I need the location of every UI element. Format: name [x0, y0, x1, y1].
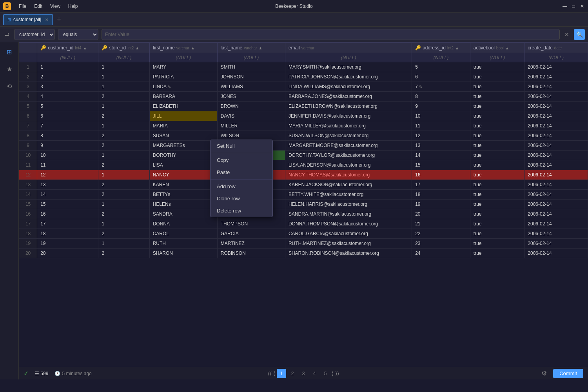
menu-view[interactable]: View	[49, 3, 62, 10]
cell-customer-id[interactable]: 3	[37, 82, 98, 92]
cell-store-id[interactable]: 2	[98, 209, 149, 219]
col-header-store-id[interactable]: 🔑 store_id int2 ▲	[98, 43, 149, 53]
cell-store-id[interactable]: 1	[98, 82, 149, 92]
cell-store-id[interactable]: 2	[98, 92, 149, 102]
cell-last-name[interactable]: SMITH	[217, 62, 285, 72]
cell-store-id[interactable]: 1	[98, 72, 149, 82]
cell-email[interactable]: ELIZABETH.BROWN@sakilacustomer.org	[285, 102, 412, 111]
window-controls[interactable]: — □ ✕	[562, 4, 585, 9]
nav-icon[interactable]: ⇄	[3, 30, 11, 39]
col-sort-activebool[interactable]: ▲	[505, 46, 509, 50]
col-sort-store-id[interactable]: ▲	[135, 46, 139, 50]
cell-address-id[interactable]: 8	[412, 92, 470, 102]
cell-store-id[interactable]: 1	[98, 151, 149, 160]
add-tab-button[interactable]: +	[54, 15, 64, 24]
table-row[interactable]: 551ELIZABETHBROWNELIZABETH.BROWN@sakilac…	[19, 102, 588, 111]
cell-customer-id[interactable]: 12	[37, 170, 98, 180]
cell-customer-id[interactable]: 8	[37, 131, 98, 141]
cell-store-id[interactable]: 1	[98, 170, 149, 180]
table-row[interactable]: 992MARGARETSsMOORESMARGARET.MOORE@sakila…	[19, 141, 588, 151]
filter-value-input[interactable]	[102, 29, 560, 40]
cell-customer-id[interactable]: 9	[37, 141, 98, 151]
cell-activebool[interactable]: true	[470, 111, 524, 121]
cell-store-id[interactable]: 2	[98, 190, 149, 200]
cell-store-id[interactable]: 1	[98, 200, 149, 209]
cell-email[interactable]: NANCY.THOMAS@sakilacustomer.org	[285, 170, 412, 180]
cell-email[interactable]: CAROL.GARCIA@sakilacustomer.org	[285, 229, 412, 239]
table-row[interactable]: 10101DOROTHYTAYLORDOROTHY.TAYLOR@sakilac…	[19, 151, 588, 160]
sidebar-icon-history[interactable]: ⟲	[3, 80, 16, 93]
cell-customer-id[interactable]: 4	[37, 92, 98, 102]
cell-activebool[interactable]: true	[470, 209, 524, 219]
context-menu-item-paste[interactable]: Paste	[211, 166, 272, 178]
cell-create-date[interactable]: 2006-02-14	[524, 141, 588, 151]
table-row[interactable]: 771MARIAMILLERMARIA.MILLER@sakilacustome…	[19, 121, 588, 131]
page-btn-3[interactable]: 3	[299, 369, 308, 378]
page-btn-5[interactable]: 5	[321, 369, 330, 378]
cell-email[interactable]: JENNIFER.DAVIS@sakilacustomer.org	[285, 111, 412, 121]
cell-email[interactable]: BETTY.WHITE@sakilacustomer.org	[285, 190, 412, 200]
cell-email[interactable]: RUTH.MARTINEZ@sakilacustomer.org	[285, 239, 412, 249]
cell-address-id[interactable]: 18	[412, 190, 470, 200]
cell-email[interactable]: HELEN.HARRIS@sakilacustomer.org	[285, 200, 412, 209]
col-header-customer-id[interactable]: 🔑 customer_id int4 ▲	[37, 43, 98, 53]
cell-customer-id[interactable]: 14	[37, 190, 98, 200]
cell-store-id[interactable]: 1	[98, 102, 149, 111]
col-header-activebool[interactable]: activebool bool ▲	[470, 43, 524, 53]
cell-activebool[interactable]: true	[470, 200, 524, 209]
cell-address-id[interactable]: 20	[412, 209, 470, 219]
table-row[interactable]: 17171DONNATHOMPSONDONNA.THOMPSON@sakilac…	[19, 219, 588, 229]
cell-activebool[interactable]: true	[470, 141, 524, 151]
cell-address-id[interactable]: 16	[412, 170, 470, 180]
filter-operator-select[interactable]: equals contains starts with greater than	[58, 29, 98, 40]
cell-first-name[interactable]: MARGARETSs	[149, 141, 217, 151]
cell-activebool[interactable]: true	[470, 180, 524, 190]
cell-create-date[interactable]: 2006-02-14	[524, 229, 588, 239]
page-first-button[interactable]: ⟨⟨	[268, 370, 272, 377]
cell-customer-id[interactable]: 19	[37, 239, 98, 249]
cell-address-id[interactable]: 17	[412, 180, 470, 190]
cell-first-name[interactable]: SHARON	[149, 249, 217, 258]
cell-customer-id[interactable]: 17	[37, 219, 98, 229]
cell-last-name[interactable]: THOMPSON	[217, 219, 285, 229]
cell-customer-id[interactable]: 15	[37, 200, 98, 209]
cell-store-id[interactable]: 2	[98, 249, 149, 258]
cell-first-name[interactable]: MARIA	[149, 121, 217, 131]
table-row[interactable]: 19191RUTHMARTINEZRUTH.MARTINEZ@sakilacus…	[19, 239, 588, 249]
cell-first-name[interactable]: RUTH	[149, 239, 217, 249]
col-sort-address-id[interactable]: ▲	[455, 46, 459, 50]
col-header-email[interactable]: email varchar	[285, 43, 412, 53]
cell-store-id[interactable]: 1	[98, 219, 149, 229]
cell-address-id[interactable]: 7 ✎	[412, 82, 470, 92]
cell-email[interactable]: SHARON.ROBINSON@sakilacustomer.org	[285, 249, 412, 258]
cell-activebool[interactable]: true	[470, 239, 524, 249]
col-header-create-date[interactable]: create_date date	[524, 43, 588, 53]
cell-email[interactable]: SANDRA.MARTIN@sakilacustomer.org	[285, 209, 412, 219]
cell-activebool[interactable]: true	[470, 62, 524, 72]
cell-store-id[interactable]: 2	[98, 180, 149, 190]
cell-first-name[interactable]: BARBARA	[149, 92, 217, 102]
cell-create-date[interactable]: 2006-02-14	[524, 170, 588, 180]
clear-filter-button[interactable]: ✕	[563, 30, 571, 39]
cell-last-name[interactable]: ROBINSON	[217, 249, 285, 258]
page-next-button[interactable]: ⟩	[332, 370, 334, 377]
table-container[interactable]: 🔑 customer_id int4 ▲ 🔑 store_id int2	[19, 42, 588, 367]
cell-address-id[interactable]: 5	[412, 62, 470, 72]
page-btn-1[interactable]: 1	[277, 369, 286, 378]
table-row[interactable]: 14142BETTYsWHITEBETTY.WHITE@sakilacustom…	[19, 190, 588, 200]
cell-activebool[interactable]: true	[470, 151, 524, 160]
cell-first-name[interactable]: JILL	[149, 111, 217, 121]
cell-activebool[interactable]: true	[470, 160, 524, 170]
cell-store-id[interactable]: 2	[98, 141, 149, 151]
cell-email[interactable]: DONNA.THOMPSON@sakilacustomer.org	[285, 219, 412, 229]
table-row[interactable]: 18182CAROLGARCIACAROL.GARCIA@sakilacusto…	[19, 229, 588, 239]
cell-address-id[interactable]: 14	[412, 151, 470, 160]
cell-first-name[interactable]: SANDRA	[149, 209, 217, 219]
cell-email[interactable]: MARGARET.MOORE@sakilacustomer.org	[285, 141, 412, 151]
cell-email[interactable]: MARIA.MILLER@sakilacustomer.org	[285, 121, 412, 131]
cell-last-name[interactable]: BROWN	[217, 102, 285, 111]
cell-create-date[interactable]: 2006-02-14	[524, 249, 588, 258]
cell-first-name[interactable]: PATRICIA	[149, 72, 217, 82]
context-menu-item-add-row[interactable]: Add row	[211, 180, 272, 192]
col-sort-last-name[interactable]: ▲	[259, 46, 263, 50]
